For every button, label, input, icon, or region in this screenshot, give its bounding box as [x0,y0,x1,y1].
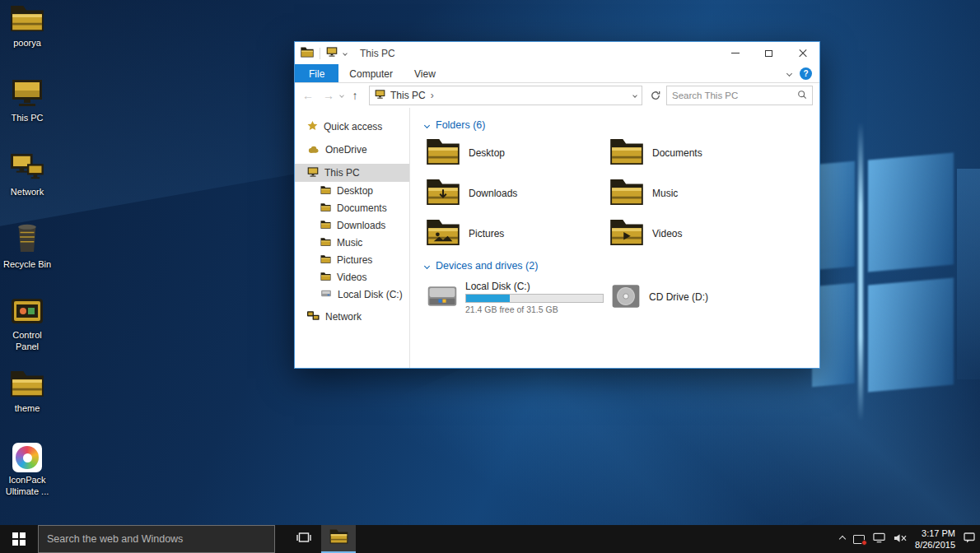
desktop-icon-label: poorya [13,38,41,49]
group-title: Folders (6) [436,119,485,131]
folder-icon [320,272,331,283]
up-button[interactable]: ↑ [346,86,364,105]
nav-item-local-disk[interactable]: Local Disk (C:) [295,286,409,303]
computer-icon [307,167,319,179]
window-folder-icon [301,47,314,60]
nav-label: This PC [324,167,360,179]
title-bar[interactable]: This PC [295,42,819,64]
folder-tile-documents[interactable]: Documents [607,138,791,168]
nav-item-videos[interactable]: Videos [295,268,409,286]
desktop-icon-iconpack[interactable]: IconPack Ultimate ... [2,443,53,498]
folder-icon [320,202,331,214]
tray-network-icon[interactable] [873,532,885,546]
desktop-icon-network[interactable]: Network [2,153,53,198]
taskbar-clock[interactable]: 3:17 PM 8/26/2015 [915,527,955,551]
tile-label: Downloads [469,188,517,199]
desktop-icon-label: Network [11,187,44,198]
volume-muted-icon[interactable] [894,532,907,546]
explorer-search-input[interactable] [672,91,794,100]
tile-label: Pictures [469,228,504,239]
gold-folder-icon [10,5,44,35]
system-tray: 3:17 PM 8/26/2015 [840,525,980,553]
chevron-down-icon[interactable] [343,51,348,56]
address-bar[interactable]: This PC › [369,86,642,105]
task-view-button[interactable] [287,525,321,553]
drive-label: Local Disk (C:) [465,281,604,292]
search-icon [797,90,807,102]
folder-icon [426,179,460,208]
folder-tile-pictures[interactable]: Pictures [423,219,607,249]
drive-tile-local-disk[interactable]: Local Disk (C:) 21.4 GB free of 31.5 GB [423,279,607,315]
clock-date: 8/26/2015 [915,539,955,551]
maximize-button[interactable] [752,42,786,64]
refresh-icon[interactable] [647,86,664,105]
folders-grid: Desktop Documents Downloads Music Pictur… [423,138,819,249]
desktop-icon-label: IconPack Ultimate ... [2,475,53,498]
group-title: Devices and drives (2) [436,260,538,272]
separator [320,48,320,59]
address-computer-icon [375,90,385,101]
nav-item-music[interactable]: Music [295,234,409,251]
tab-file[interactable]: File [295,64,338,82]
taskbar-search-box[interactable] [38,525,275,553]
expand-ribbon-icon[interactable] [786,70,792,76]
folder-icon [609,219,644,249]
nav-label: Music [337,237,362,249]
nav-item-desktop[interactable]: Desktop [295,182,409,199]
folder-tile-downloads[interactable]: Downloads [423,179,607,208]
back-button[interactable]: ← [299,86,317,105]
nav-item-downloads[interactable]: Downloads [295,216,409,234]
minimize-button[interactable] [718,42,752,64]
desktop-icon-recycle-bin[interactable]: Recycle Bin [2,222,53,271]
control-panel-icon [11,298,44,328]
taskbar-file-explorer-button[interactable] [321,525,356,553]
clock-time: 3:17 PM [915,527,955,539]
explorer-search-box[interactable] [666,86,813,105]
desktop-icon-theme[interactable]: theme [2,370,53,415]
tab-computer[interactable]: Computer [338,64,404,82]
desktop-icon-this-pc[interactable]: This PC [2,79,53,124]
nav-item-quick-access[interactable]: Quick access [295,118,409,136]
nav-item-onedrive[interactable]: OneDrive [295,141,409,159]
nav-item-this-pc[interactable]: This PC [295,164,409,182]
forward-button[interactable]: → [320,86,338,105]
taskbar: 3:17 PM 8/26/2015 [0,525,980,553]
group-header-folders[interactable]: Folders (6) [425,119,819,131]
nav-item-network[interactable]: Network [295,308,409,326]
qat-computer-icon[interactable] [326,47,338,59]
desktop-icon-control-panel[interactable]: Control Panel [2,298,53,353]
wallpaper-light-fade [957,169,980,379]
file-explorer-icon [329,529,348,547]
gold-folder-icon [10,370,44,401]
folder-tile-videos[interactable]: Videos [607,219,791,249]
breadcrumb-chevron[interactable]: › [431,90,434,101]
start-button[interactable] [0,525,38,553]
notification-badge [861,540,867,546]
address-dropdown-icon[interactable] [633,94,637,97]
nav-label: Quick access [324,121,382,132]
folder-tile-desktop[interactable]: Desktop [423,138,607,168]
star-icon [307,120,318,133]
folder-tile-music[interactable]: Music [607,179,791,208]
folder-icon [609,179,644,208]
folder-icon [426,138,460,168]
action-center-icon[interactable] [964,532,975,546]
desktop-icon-poorya[interactable]: poorya [2,5,53,49]
group-header-devices[interactable]: Devices and drives (2) [425,260,819,272]
drive-tile-cd[interactable]: CD Drive (D:) [607,279,791,315]
nav-item-documents[interactable]: Documents [295,199,409,216]
address-location[interactable]: This PC [390,90,426,101]
tile-label: Documents [652,147,702,159]
tray-status-icon[interactable] [853,535,865,544]
disk-usage-fill [466,295,510,302]
nav-item-pictures[interactable]: Pictures [295,251,409,268]
folder-icon [320,185,331,197]
folder-icon [320,237,331,249]
taskbar-search-input[interactable] [47,533,266,545]
tab-view[interactable]: View [404,64,446,82]
close-button[interactable] [786,42,819,64]
recent-locations-icon[interactable] [339,93,344,98]
hidden-icons-chevron-icon[interactable] [839,536,846,542]
computer-icon [11,79,44,110]
help-icon[interactable]: ? [800,67,812,80]
